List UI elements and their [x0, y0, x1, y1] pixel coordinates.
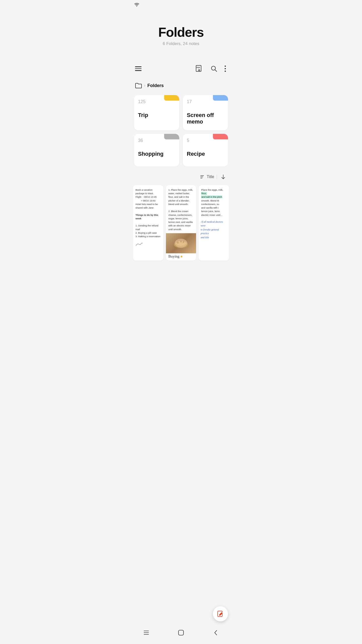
- note-text-3: Place the eggs, milk, flour, and salt in…: [199, 185, 229, 219]
- folder-card-recipe[interactable]: 5 Recipe: [183, 134, 228, 167]
- arrow-down-icon: [220, 174, 226, 180]
- note-text-2: 1. Place the eggs, milk, water, melted b…: [166, 185, 196, 233]
- folder-card-trip[interactable]: 125 Trip: [134, 95, 179, 130]
- svg-point-17: [183, 241, 184, 243]
- sort-icon: [200, 175, 205, 179]
- note-text-1: Book a vacation package to Maui. Flight …: [133, 185, 163, 240]
- folder-name-trip: Trip: [138, 112, 175, 118]
- note-card-1[interactable]: Book a vacation package to Maui. Flight …: [133, 185, 163, 261]
- note-food-image: [166, 233, 196, 253]
- sort-divider: [217, 175, 217, 179]
- sort-bar: Title: [129, 170, 233, 184]
- svg-point-14: [174, 241, 188, 248]
- note-signature-area: [133, 240, 163, 249]
- page-title: Folders: [158, 25, 204, 40]
- sort-direction-button[interactable]: [219, 173, 227, 181]
- wifi-icon: [134, 3, 140, 8]
- svg-point-16: [177, 242, 179, 244]
- nav-home-icon: [177, 629, 185, 636]
- nav-bar: [129, 624, 233, 644]
- folder-tab-shopping: [164, 134, 179, 139]
- folder-icon: [135, 82, 142, 89]
- breadcrumb-label: Folders: [147, 83, 164, 88]
- breadcrumb: › Folders: [129, 78, 233, 92]
- sort-label[interactable]: Title: [200, 175, 214, 179]
- folders-grid: 125 Trip 17 Screen off memo 36 Shopping …: [129, 92, 233, 170]
- header-section: Folders 6 Folders, 24 notes: [129, 10, 233, 54]
- folder-name-recipe: Recipe: [187, 151, 224, 157]
- hamburger-icon[interactable]: [135, 66, 142, 71]
- page-subtitle: 6 Folders, 24 notes: [163, 41, 199, 46]
- sort-text: Title: [207, 175, 214, 179]
- svg-point-7: [225, 66, 226, 67]
- folder-name-screen-off-memo: Screen off memo: [187, 112, 224, 125]
- svg-line-6: [215, 70, 217, 71]
- nav-back-icon: [212, 629, 219, 636]
- folder-tab-trip: [164, 95, 179, 101]
- svg-point-15: [176, 241, 186, 246]
- more-button[interactable]: [223, 64, 227, 73]
- toolbar: PDF: [129, 59, 233, 78]
- folder-tab-recipe: [213, 134, 228, 139]
- breadcrumb-chevron: ›: [144, 83, 145, 88]
- search-button[interactable]: [209, 64, 218, 73]
- pdf-add-button[interactable]: PDF: [194, 63, 204, 74]
- folder-tab-screen-off-memo: [213, 95, 228, 101]
- svg-point-8: [225, 68, 226, 69]
- nav-home-button[interactable]: [175, 626, 187, 639]
- folder-card-shopping[interactable]: 36 Shopping: [134, 134, 179, 167]
- svg-point-9: [225, 71, 226, 72]
- svg-rect-23: [178, 630, 184, 635]
- nav-menu-icon: [143, 629, 150, 636]
- notes-grid: Book a vacation package to Maui. Flight …: [129, 184, 233, 286]
- folder-name-shopping: Shopping: [138, 151, 175, 157]
- svg-rect-1: [196, 65, 201, 71]
- status-bar: [129, 0, 233, 10]
- svg-text:PDF: PDF: [197, 67, 200, 68]
- note-buying-label: Buying ★: [166, 253, 196, 261]
- nav-menu-button[interactable]: [140, 626, 153, 639]
- folder-card-screen-off-memo[interactable]: 17 Screen off memo: [183, 95, 228, 130]
- nav-back-button[interactable]: [209, 626, 222, 639]
- note-handwriting-3: :if all medical doctors were to forsake …: [199, 219, 229, 242]
- svg-point-18: [180, 240, 182, 242]
- note-card-2[interactable]: 1. Place the eggs, milk, water, melted b…: [166, 185, 196, 261]
- fab-edit-button[interactable]: [213, 606, 228, 621]
- note-card-3[interactable]: Place the eggs, milk, flour, and salt in…: [199, 185, 229, 261]
